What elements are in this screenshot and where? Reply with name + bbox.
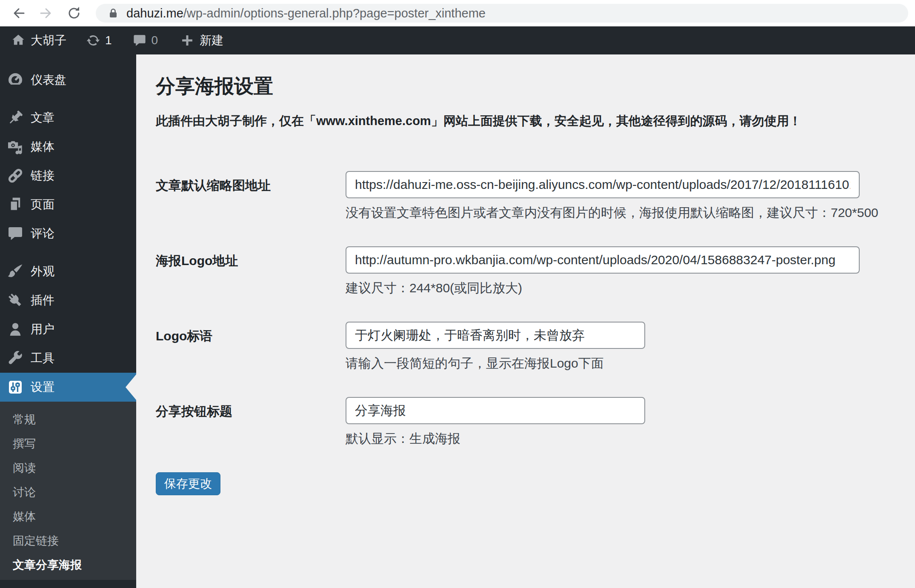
sidebar-item-label: 工具 xyxy=(31,350,54,366)
forward-arrow-icon xyxy=(38,6,54,21)
logo-slogan-input[interactable] xyxy=(346,322,645,349)
brush-icon xyxy=(7,263,24,280)
field-help: 默认显示：生成海报 xyxy=(346,431,645,446)
wp-admin-bar: 大胡子 1 0 新建 xyxy=(0,26,915,54)
submenu-item-permalinks[interactable]: 固定链接 xyxy=(0,529,136,553)
browser-toolbar: dahuzi.me/wp-admin/options-general.php?p… xyxy=(0,0,915,26)
submenu-item-general[interactable]: 常规 xyxy=(0,408,136,432)
share-button-title-input[interactable] xyxy=(346,397,645,424)
settings-form: 文章默认缩略图地址 没有设置文章特色图片或者文章内没有图片的时候，海报使用默认缩… xyxy=(156,171,898,495)
settings-submenu: 常规 撰写 阅读 讨论 媒体 固定链接 文章分享海报 xyxy=(0,402,136,580)
sidebar-item-pages[interactable]: 页面 xyxy=(0,190,136,219)
field-row-logo-slogan: Logo标语 请输入一段简短的句子，显示在海报Logo下面 xyxy=(156,322,898,371)
sidebar-item-label: 外观 xyxy=(31,263,54,280)
url-path: /wp-admin/options-general.php?page=poste… xyxy=(183,6,486,20)
field-label: 海报Logo地址 xyxy=(156,246,346,295)
poster-logo-url-input[interactable] xyxy=(346,246,860,274)
browser-refresh-button[interactable] xyxy=(66,6,82,21)
home-icon xyxy=(11,33,26,48)
field-label: 文章默认缩略图地址 xyxy=(156,171,346,220)
site-name: 大胡子 xyxy=(31,32,66,49)
address-bar[interactable]: dahuzi.me/wp-admin/options-general.php?p… xyxy=(96,4,908,23)
field-help: 没有设置文章特色图片或者文章内没有图片的时候，海报使用默认缩略图，建议尺寸：72… xyxy=(346,206,878,220)
sidebar-item-plugins[interactable]: 插件 xyxy=(0,286,136,315)
admin-bar-site-menu[interactable]: 大胡子 xyxy=(11,26,66,54)
comments-icon xyxy=(7,225,24,242)
new-label: 新建 xyxy=(200,32,223,49)
save-changes-button[interactable]: 保存更改 xyxy=(156,472,220,495)
comment-icon xyxy=(132,33,147,48)
submenu-item-media[interactable]: 媒体 xyxy=(0,505,136,529)
settings-icon xyxy=(7,379,24,396)
admin-bar-updates[interactable]: 1 xyxy=(86,26,112,54)
plus-icon xyxy=(180,33,194,48)
sidebar-item-label: 链接 xyxy=(31,168,54,184)
sidebar-item-posts[interactable]: 文章 xyxy=(0,103,136,132)
sidebar-item-label: 文章 xyxy=(31,110,54,126)
pushpin-icon xyxy=(7,109,24,126)
plug-icon xyxy=(7,292,24,309)
lock-icon[interactable] xyxy=(108,8,119,19)
sidebar-item-label: 插件 xyxy=(31,292,54,308)
admin-menu: 仪表盘 文章 媒体 xyxy=(0,54,136,402)
menu-separator xyxy=(0,248,136,257)
refresh-icon xyxy=(66,6,82,21)
admin-sidebar: 仪表盘 文章 媒体 xyxy=(0,54,136,588)
submenu-item-writing[interactable]: 撰写 xyxy=(0,432,136,456)
media-icon xyxy=(7,138,24,155)
comment-count: 0 xyxy=(152,34,158,47)
url-host: dahuzi.me xyxy=(126,6,183,20)
field-row-poster-logo: 海报Logo地址 建议尺寸：244*80(或同比放大) xyxy=(156,246,898,295)
field-row-share-button-title: 分享按钮标题 默认显示：生成海报 xyxy=(156,397,898,446)
url-text: dahuzi.me/wp-admin/options-general.php?p… xyxy=(126,6,486,20)
user-icon xyxy=(7,321,24,338)
back-arrow-icon xyxy=(11,6,26,21)
settings-page: 分享海报设置 此插件由大胡子制作，仅在「www.xintheme.com」网站上… xyxy=(136,54,915,588)
submenu-item-reading[interactable]: 阅读 xyxy=(0,456,136,480)
field-help: 请输入一段简短的句子，显示在海报Logo下面 xyxy=(346,356,645,371)
admin-bar-new-content[interactable]: 新建 xyxy=(180,26,223,54)
admin-bar-comments[interactable]: 0 xyxy=(132,26,158,54)
sidebar-item-label: 评论 xyxy=(31,225,54,242)
field-help: 建议尺寸：244*80(或同比放大) xyxy=(346,281,860,295)
sidebar-item-users[interactable]: 用户 xyxy=(0,315,136,344)
plugin-notice: 此插件由大胡子制作，仅在「www.xintheme.com」网站上面提供下载，安… xyxy=(156,112,898,130)
default-thumbnail-url-input[interactable] xyxy=(346,171,860,198)
sidebar-item-label: 媒体 xyxy=(31,139,54,155)
sidebar-item-label: 仪表盘 xyxy=(31,72,66,88)
sidebar-item-label: 页面 xyxy=(31,197,54,213)
sidebar-item-dashboard[interactable]: 仪表盘 xyxy=(0,66,136,94)
field-label: 分享按钮标题 xyxy=(156,397,346,446)
update-count: 1 xyxy=(105,34,112,47)
browser-forward-button[interactable] xyxy=(38,6,54,21)
sidebar-item-appearance[interactable]: 外观 xyxy=(0,257,136,286)
dashboard-icon xyxy=(7,71,24,88)
pages-icon xyxy=(7,196,24,213)
sidebar-item-label: 用户 xyxy=(31,321,54,337)
submenu-item-poster[interactable]: 文章分享海报 xyxy=(0,553,136,577)
page-title: 分享海报设置 xyxy=(156,74,898,97)
sidebar-item-label: 设置 xyxy=(31,379,54,395)
wrench-icon xyxy=(7,350,24,367)
sidebar-item-settings[interactable]: 设置 xyxy=(0,373,136,402)
update-icon xyxy=(86,33,100,48)
sidebar-item-links[interactable]: 链接 xyxy=(0,161,136,190)
submenu-item-discussion[interactable]: 讨论 xyxy=(0,480,136,505)
sidebar-item-media[interactable]: 媒体 xyxy=(0,132,136,161)
link-icon xyxy=(7,167,24,184)
browser-back-button[interactable] xyxy=(11,6,26,21)
sidebar-item-tools[interactable]: 工具 xyxy=(0,344,136,373)
sidebar-item-comments[interactable]: 评论 xyxy=(0,219,136,248)
menu-separator xyxy=(0,94,136,103)
field-label: Logo标语 xyxy=(156,322,346,371)
field-row-default-thumbnail: 文章默认缩略图地址 没有设置文章特色图片或者文章内没有图片的时候，海报使用默认缩… xyxy=(156,171,898,220)
